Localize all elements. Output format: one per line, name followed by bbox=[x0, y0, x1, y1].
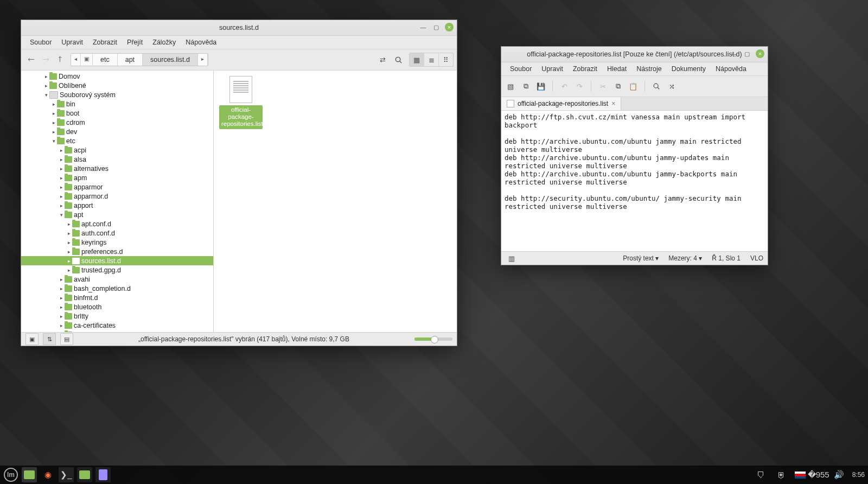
search-icon[interactable] bbox=[391, 53, 405, 66]
menu-tools[interactable]: Nástroje bbox=[632, 64, 666, 74]
search-icon[interactable] bbox=[650, 80, 662, 92]
zoom-slider[interactable] bbox=[414, 337, 452, 341]
icon-view-button[interactable]: ▦ bbox=[410, 53, 424, 66]
tray-shield-icon[interactable]: ⛨ bbox=[774, 467, 789, 482]
tree-item[interactable]: ▸preferences.d bbox=[21, 247, 213, 256]
start-menu-button[interactable]: lm bbox=[3, 467, 18, 482]
tree-item[interactable]: ▸boot bbox=[21, 109, 213, 118]
maximize-button[interactable]: ▢ bbox=[432, 23, 441, 31]
compact-view-button[interactable]: ⠿ bbox=[439, 53, 453, 66]
tree-item-favorites[interactable]: ▸Oblíbené bbox=[21, 81, 213, 90]
path-segment[interactable]: etc bbox=[93, 54, 118, 66]
paste-icon[interactable]: 📋 bbox=[627, 80, 639, 92]
tree-item[interactable]: ▸apparmor bbox=[21, 182, 213, 192]
save-file-icon[interactable]: 💾 bbox=[535, 80, 547, 92]
places-toggle[interactable]: ▣ bbox=[25, 333, 39, 345]
copy-icon[interactable]: ⧉ bbox=[612, 80, 624, 92]
tree-item-apt[interactable]: ▾apt bbox=[21, 210, 213, 219]
menu-go[interactable]: Přejít bbox=[123, 37, 147, 47]
keyboard-layout-icon[interactable] bbox=[795, 472, 806, 479]
maximize-button[interactable]: ▢ bbox=[743, 49, 751, 58]
menu-view[interactable]: Zobrazit bbox=[88, 37, 122, 47]
panel-toggle[interactable]: ▤ bbox=[60, 333, 73, 345]
syntax-selector[interactable]: Prostý text ▾ bbox=[623, 254, 659, 262]
taskbar-files[interactable] bbox=[22, 467, 37, 482]
tree-item[interactable]: ▸bin bbox=[21, 99, 213, 109]
tree-item[interactable]: ▸alsa bbox=[21, 155, 213, 164]
tree-item[interactable]: ▸binfmt.d bbox=[21, 293, 213, 302]
tree-item-selected[interactable]: ▸sources.list.d bbox=[21, 256, 213, 265]
path-next[interactable]: ▸ bbox=[198, 54, 208, 66]
back-button[interactable]: 🡐 bbox=[24, 53, 37, 66]
tray-updates-icon[interactable]: ⛉ bbox=[754, 467, 769, 482]
taskbar-texteditor[interactable] bbox=[95, 467, 111, 482]
replace-icon[interactable]: ⤭ bbox=[666, 80, 678, 92]
minimize-button[interactable]: — bbox=[419, 23, 427, 31]
forward-button[interactable]: 🡒 bbox=[39, 53, 52, 66]
editor-textarea[interactable]: deb http://ftp.sh.cvut.cz/mint vanessa m… bbox=[501, 111, 768, 251]
open-file-icon[interactable]: ⧉ bbox=[520, 80, 532, 92]
tree-item[interactable]: ▸acpi bbox=[21, 145, 213, 155]
cut-icon[interactable]: ✂ bbox=[597, 80, 609, 92]
folder-tree[interactable]: ▸Domov ▸Oblíbené ▾Souborový systém ▸bin … bbox=[21, 71, 214, 332]
path-prev[interactable]: ◂ bbox=[71, 54, 81, 66]
tree-item[interactable]: ▸alternatives bbox=[21, 164, 213, 173]
tree-item[interactable]: ▸brltty bbox=[21, 311, 213, 321]
menu-edit[interactable]: Upravit bbox=[57, 37, 87, 47]
taskbar-filemanager[interactable] bbox=[77, 467, 92, 482]
swap-path-icon[interactable]: ⇄ bbox=[375, 53, 390, 66]
tree-item[interactable]: ▸dev bbox=[21, 127, 213, 136]
tree-item[interactable]: ▸bluetooth bbox=[21, 302, 213, 311]
tree-item[interactable]: ▸bash_completion.d bbox=[21, 284, 213, 293]
menu-file[interactable]: Soubor bbox=[506, 64, 536, 74]
tree-item[interactable]: ▸cdrom bbox=[21, 118, 213, 127]
tree-item[interactable]: ▸keyrings bbox=[21, 238, 213, 247]
insert-mode[interactable]: VLO bbox=[750, 254, 763, 262]
menu-documents[interactable]: Dokumenty bbox=[667, 64, 710, 74]
tree-item[interactable]: ▸avahi bbox=[21, 275, 213, 284]
tree-toggle[interactable]: ⇅ bbox=[43, 333, 56, 345]
volume-icon[interactable]: 🔊 bbox=[832, 467, 847, 482]
tree-item[interactable]: ▸apt.conf.d bbox=[21, 219, 213, 228]
path-segment[interactable]: apt bbox=[118, 54, 143, 66]
taskbar-firefox[interactable]: ◉ bbox=[40, 467, 55, 482]
up-button[interactable]: 🡑 bbox=[54, 53, 67, 66]
path-segment-current[interactable]: sources.list.d bbox=[143, 54, 198, 66]
editor-tab[interactable]: official-package-repositories.list × bbox=[501, 97, 621, 110]
path-toggle[interactable]: ▣ bbox=[81, 54, 93, 66]
menu-help[interactable]: Nápověda bbox=[181, 37, 221, 47]
tree-item[interactable]: ▸apparmor.d bbox=[21, 192, 213, 201]
editor-titlebar[interactable]: official-package-repositories.list [Pouz… bbox=[501, 47, 768, 62]
editor-toolbar: ▧ ⧉ 💾 ↶ ↷ ✂ ⧉ 📋 ⤭ bbox=[501, 76, 768, 97]
clock[interactable]: 8:56 bbox=[852, 471, 865, 479]
close-button[interactable]: × bbox=[445, 23, 454, 31]
tree-item-filesystem[interactable]: ▾Souborový systém bbox=[21, 90, 213, 99]
tree-item[interactable]: ▸ca-certificates bbox=[21, 321, 213, 330]
menu-search[interactable]: Hledat bbox=[603, 64, 631, 74]
tree-item[interactable]: ▸apport bbox=[21, 201, 213, 210]
minimize-button[interactable]: — bbox=[730, 49, 738, 58]
tree-item[interactable]: ▸trusted.gpg.d bbox=[21, 265, 213, 275]
menu-file[interactable]: Soubor bbox=[25, 37, 56, 47]
file-item-selected[interactable]: official-package-repositories.list bbox=[219, 76, 263, 129]
tree-item[interactable]: ▸apm bbox=[21, 173, 213, 182]
list-view-button[interactable]: ≣ bbox=[424, 53, 439, 66]
close-button[interactable]: × bbox=[756, 49, 764, 58]
network-icon[interactable]: �955 bbox=[811, 467, 826, 482]
file-manager-content[interactable]: official-package-repositories.list bbox=[214, 71, 457, 332]
file-manager-titlebar[interactable]: sources.list.d — ▢ × bbox=[21, 20, 457, 36]
tab-close-icon[interactable]: × bbox=[611, 100, 615, 107]
sidebar-toggle-icon[interactable]: ▥ bbox=[506, 252, 518, 264]
menu-help[interactable]: Nápověda bbox=[711, 64, 751, 74]
menu-bookmarks[interactable]: Záložky bbox=[148, 37, 180, 47]
undo-icon[interactable]: ↶ bbox=[558, 80, 570, 92]
tree-item-etc[interactable]: ▾etc bbox=[21, 136, 213, 145]
indent-selector[interactable]: Mezery: 4 ▾ bbox=[668, 254, 702, 262]
tree-item-home[interactable]: ▸Domov bbox=[21, 72, 213, 81]
redo-icon[interactable]: ↷ bbox=[573, 80, 585, 92]
tree-item[interactable]: ▸auth.conf.d bbox=[21, 228, 213, 238]
taskbar-terminal[interactable]: ❯_ bbox=[59, 467, 74, 482]
menu-view[interactable]: Zobrazit bbox=[569, 64, 602, 74]
new-file-icon[interactable]: ▧ bbox=[505, 80, 516, 92]
menu-edit[interactable]: Upravit bbox=[537, 64, 567, 74]
